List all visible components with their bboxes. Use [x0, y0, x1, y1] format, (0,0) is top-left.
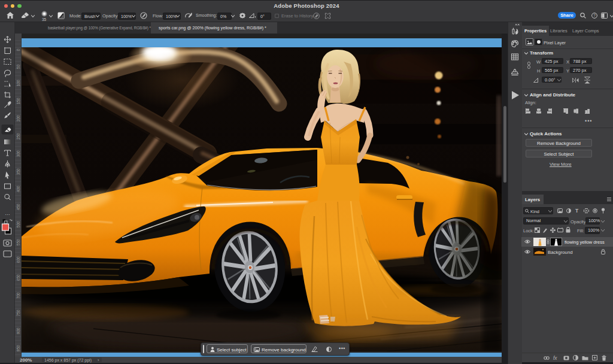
svg-text:?: ? [593, 13, 596, 17]
svg-text:…: … [5, 210, 10, 216]
